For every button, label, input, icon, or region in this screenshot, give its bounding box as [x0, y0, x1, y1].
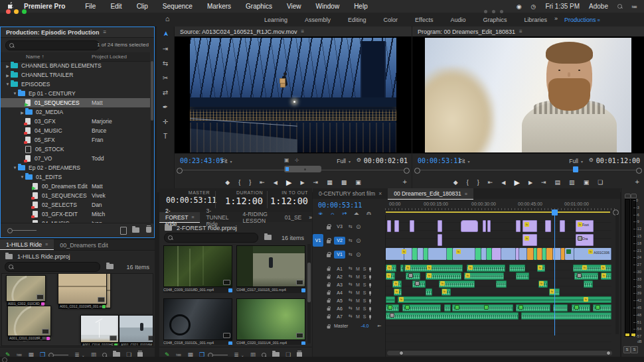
ripple-edit-tool-icon[interactable]: ⇆: [157, 56, 174, 70]
program-timecode[interactable]: 00:00:53:11: [418, 157, 461, 164]
timeline-timecode[interactable]: 00:00:53:11: [318, 202, 362, 209]
twirl-icon[interactable]: ▶: [5, 64, 11, 68]
video-clip[interactable]: [418, 248, 424, 260]
overwrite-button[interactable]: ▩: [341, 179, 347, 186]
twirl-icon[interactable]: ▼: [12, 166, 18, 170]
source-patch[interactable]: [313, 288, 323, 296]
timeline-playhead[interactable]: [554, 210, 555, 335]
audio-clip[interactable]: [516, 272, 529, 280]
production-vertical-scrollbar[interactable]: [151, 61, 153, 223]
workspace-tab-audio[interactable]: Audio: [450, 17, 465, 23]
twirl-icon[interactable]: ▶: [5, 73, 11, 78]
new-item-icon[interactable]: [120, 227, 127, 235]
work-area-bar[interactable]: [386, 211, 610, 213]
add-marker-button[interactable]: ◆: [453, 179, 458, 186]
scrub-start-knob[interactable]: [414, 168, 420, 174]
scrub-start-knob[interactable]: [177, 168, 183, 174]
extract-button[interactable]: ▥: [569, 179, 575, 186]
tree-row[interactable]: 00_Dreamers EditMatt: [1, 182, 150, 191]
clip-thumbnail[interactable]: C048_C020_0101U4_001.mp4: [236, 298, 305, 345]
track-lock-icon[interactable]: [327, 284, 331, 287]
workspace-tab-effects[interactable]: Effects: [415, 17, 433, 23]
video-clip[interactable]: [527, 248, 534, 260]
track-name[interactable]: A6: [334, 305, 345, 312]
menu-file[interactable]: File: [85, 3, 96, 10]
menu-markers[interactable]: Markers: [207, 3, 231, 10]
export-frame-button[interactable]: ▣: [584, 179, 590, 186]
project-breadcrumb-icon[interactable]: [5, 254, 13, 259]
track-name[interactable]: A1: [334, 265, 345, 272]
source-patch[interactable]: [313, 296, 323, 304]
audio-clip[interactable]: [496, 280, 507, 288]
clip-thumbnail[interactable]: A001_C002_010C8D_001.mp4: [6, 275, 46, 302]
clip-thumbnail[interactable]: A001_C021_01016M_001.mp4: [119, 315, 153, 343]
tree-row[interactable]: 02_SELECTSDan: [1, 200, 150, 210]
audio-clip[interactable]: [404, 265, 463, 272]
track-lock-icon[interactable]: [327, 308, 331, 311]
filter-bin-icon[interactable]: [264, 235, 272, 240]
video-track-header-v3[interactable]: V3⇆⊙: [313, 220, 385, 233]
track-name[interactable]: A7: [334, 313, 345, 320]
step-back-button[interactable]: ◀: [274, 180, 278, 186]
audio-clip[interactable]: [584, 280, 593, 288]
tree-row[interactable]: 05_SFXFran: [1, 135, 150, 145]
video-clip[interactable]: [546, 248, 553, 260]
workspace-overflow-icon[interactable]: »: [554, 15, 558, 22]
tree-row[interactable]: ▼Ep 02 - DREAMERS: [1, 163, 150, 172]
tabs-overflow-icon[interactable]: »: [309, 214, 312, 221]
track-lock-icon[interactable]: [327, 316, 331, 319]
step-forward-button[interactable]: ▶: [528, 180, 532, 186]
filter-bin-icon[interactable]: [106, 264, 114, 269]
menu-graphics[interactable]: Graphics: [246, 3, 272, 10]
video-clip-purple[interactable]: [483, 220, 486, 232]
sync-lock-icon[interactable]: ⇆: [349, 266, 353, 271]
source-patch[interactable]: [313, 248, 323, 261]
audio-track-header-a5[interactable]: A5⇆MS: [313, 296, 385, 304]
video-clip[interactable]: [519, 248, 527, 260]
step-back-button[interactable]: ◀: [501, 180, 505, 186]
lift-button[interactable]: ▤: [555, 179, 561, 186]
voiceover-record-icon[interactable]: [369, 283, 371, 286]
track-name[interactable]: A2: [334, 273, 345, 280]
type-tool-icon[interactable]: T: [157, 129, 174, 143]
track-output-eye-icon[interactable]: ⊙: [356, 223, 361, 230]
video-clip-purple[interactable]: [410, 220, 414, 232]
tree-row[interactable]: ▶CHANNEL TRAILER: [1, 70, 150, 80]
go-to-in-button[interactable]: ⇤: [260, 179, 265, 186]
menu-clock[interactable]: Fri 1:35 PM: [545, 3, 580, 10]
menu-view[interactable]: View: [287, 3, 301, 10]
source-patch[interactable]: [313, 265, 323, 272]
menu-window[interactable]: Window: [316, 3, 340, 10]
workspace-tab-graphics[interactable]: Graphics: [483, 17, 507, 23]
tree-row[interactable]: 01_SEQUENCESVivek: [1, 191, 150, 200]
video-clip-purple[interactable]: [438, 220, 442, 232]
panel-menu-icon[interactable]: ≡: [45, 242, 48, 247]
track-name[interactable]: A5: [334, 297, 345, 304]
clip-thumbnail[interactable]: A001_C012_0101M5_001.mp4: [58, 273, 107, 304]
forest-search-input[interactable]: [164, 233, 258, 243]
clip-thumbnail[interactable]: C048_C017_010115_001.mp4: [236, 245, 305, 293]
hand-tool-icon[interactable]: ✛: [157, 114, 174, 129]
audio-track-header-a6[interactable]: A6⇆MS: [313, 304, 385, 312]
track-name[interactable]: V1: [334, 251, 345, 259]
audio-clip[interactable]: [464, 272, 504, 280]
settings-icon[interactable]: ▣: [284, 157, 289, 163]
menu-sequence[interactable]: Sequence: [163, 3, 193, 10]
tree-row[interactable]: 07_VOTodd: [1, 154, 150, 163]
close-tab-icon[interactable]: ×: [378, 190, 382, 197]
master-track-label[interactable]: Master: [334, 324, 348, 328]
zoom-slider[interactable]: [51, 355, 68, 355]
program-monitor-title[interactable]: Program: 00 Dreamers_Edit_180831: [418, 29, 515, 35]
pen-tool-icon[interactable]: ✒: [157, 99, 174, 114]
window-close-button[interactable]: [6, 9, 11, 14]
twirl-icon[interactable]: ▼: [12, 91, 18, 95]
track-lock-icon[interactable]: [327, 240, 331, 243]
spotlight-icon[interactable]: [617, 4, 622, 9]
tree-row[interactable]: 01_SEQUENCESMatt: [1, 98, 150, 107]
clip-thumbnail[interactable]: A001_C016_0101HF_001.mp4: [80, 315, 119, 343]
source-scrubber[interactable]: [179, 170, 408, 173]
workspace-tab-assembly[interactable]: Assembly: [305, 17, 331, 23]
go-to-out-button[interactable]: ⇥: [541, 179, 546, 186]
video-clip-purple[interactable]: [487, 220, 491, 232]
audio-clip[interactable]: [386, 296, 395, 303]
